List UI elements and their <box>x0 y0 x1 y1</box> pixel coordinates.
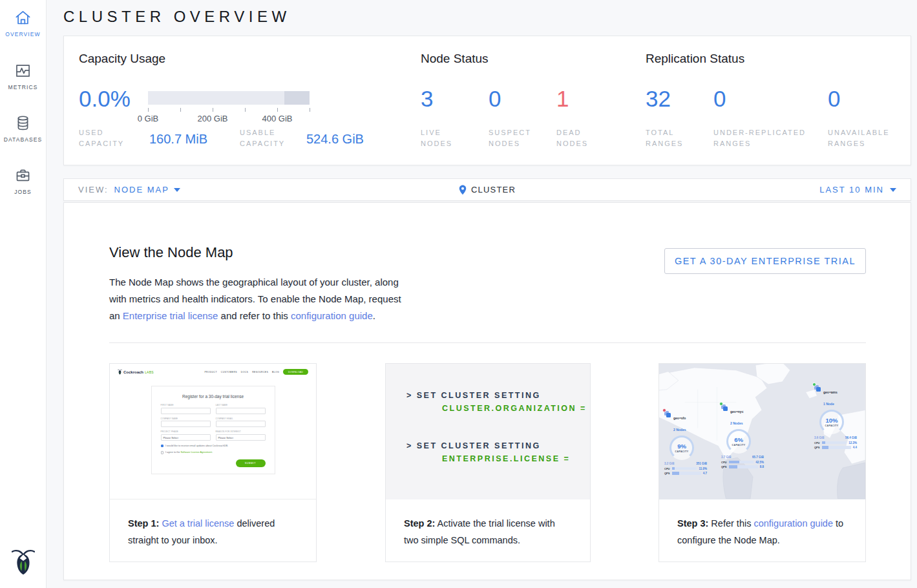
sidebar-item-label: OVERVIEW <box>0 31 46 37</box>
sidebar-item-overview[interactable]: OVERVIEW <box>0 9 46 37</box>
step2-card: > SET CLUSTER SETTING CLUSTER.ORGANIZATI… <box>385 363 591 562</box>
node-map-card: View the Node Map The Node Map shows the… <box>63 202 911 580</box>
capacity-bar <box>148 91 310 105</box>
sidebar-item-label: METRICS <box>0 84 46 90</box>
view-selector-value: NODE MAP <box>114 185 169 194</box>
total-ranges-label: TOTAL RANGES <box>646 127 697 149</box>
usable-capacity-value: 524.6 GiB <box>306 132 364 147</box>
dead-status-dot <box>662 408 666 412</box>
view-label: VIEW: <box>78 185 109 194</box>
node-status-title: Node Status <box>421 52 489 66</box>
home-icon <box>14 17 32 28</box>
mini-trial-form: Register for a 30-day trial license FIRS… <box>151 386 275 474</box>
live-nodes-count: 3 <box>421 86 433 112</box>
node-map-description: The Node Map shows the geographical layo… <box>109 274 413 324</box>
sql-setting: ENTERPRISE.LICENSE = <box>442 454 570 463</box>
mini-submit-button: SUBMIT <box>236 459 266 467</box>
capacity-usage-title: Capacity Usage <box>79 52 165 66</box>
step1-card: Cockroach LABS PRODUCT CUSTOMERS DOCS RE… <box>109 363 317 562</box>
live-status-dot <box>812 383 816 386</box>
dead-nodes-count: 1 <box>556 86 569 112</box>
total-ranges-count: 32 <box>646 86 671 112</box>
mini-download-button: DOWNLOAD <box>283 369 308 375</box>
enterprise-trial-button[interactable]: GET A 30-DAY ENTERPRISE TRIAL <box>664 248 866 274</box>
configuration-guide-link[interactable]: configuration guide <box>291 310 373 321</box>
sidebar-item-jobs[interactable]: JOBS <box>0 167 46 195</box>
view-selector-dropdown[interactable]: NODE MAP <box>114 185 180 194</box>
live-nodes-label: LIVE NODES <box>421 127 472 149</box>
sql-command: > SET CLUSTER SETTING <box>406 441 570 450</box>
capacity-bar-reserved-segment <box>284 91 310 105</box>
usable-capacity-label: USABLE CAPACITY <box>240 127 295 149</box>
database-icon <box>14 123 32 134</box>
sidebar-item-label: JOBS <box>0 189 46 195</box>
used-capacity-label: USED CAPACITY <box>79 127 134 149</box>
step3-caption: Step 3: Refer this configuration guide t… <box>659 499 865 562</box>
step2-sql-snippet: > SET CLUSTER SETTING CLUSTER.ORGANIZATI… <box>386 364 590 499</box>
cluster-summary-card: Capacity Usage 0.0% 0 GiB 200 GiB 400 Gi… <box>63 36 911 165</box>
step1-caption: Step 1: Get a trial license delivered st… <box>110 499 316 562</box>
capacity-gauge: 6% CAPACITY <box>726 429 751 454</box>
step1-screenshot: Cockroach LABS PRODUCT CUSTOMERS DOCS RE… <box>110 364 316 499</box>
sidebar-item-label: DATABASES <box>0 136 46 143</box>
step3-card: geo=sfo2 Nodes 9% CAPACITY 3.2 GiB351 Gi… <box>659 363 866 562</box>
sidebar-item-metrics[interactable]: METRICS <box>0 62 46 90</box>
sidebar-item-databases[interactable]: DATABASES <box>0 114 46 143</box>
under-replicated-ranges-label: UNDER-REPLICATED RANGES <box>713 127 820 149</box>
sidebar: OVERVIEW METRICS DATABASES <box>0 0 47 588</box>
unavailable-ranges-label: UNAVAILABLE RANGES <box>828 127 905 149</box>
mini-checkbox <box>161 451 164 454</box>
sql-command: > SET CLUSTER SETTING <box>406 391 587 400</box>
cluster-overview-screen: OVERVIEW METRICS DATABASES <box>0 0 917 588</box>
locality-widget-ams: geo=ams1 Node 10% CAPACITY 3.6 GiB56.4 G… <box>814 384 865 449</box>
mini-checkbox-checked <box>161 445 164 448</box>
suspect-nodes-count: 0 <box>489 86 501 112</box>
view-bar: VIEW: NODE MAP CLUSTER LAST 10 MIN <box>63 178 911 201</box>
unavailable-ranges-count: 0 <box>828 86 840 112</box>
node-icon <box>814 384 821 392</box>
briefcase-icon <box>14 175 32 186</box>
node-icon <box>721 404 728 411</box>
locality-widget-nyc: geo=nyc2 Nodes 6% CAPACITY 3.7 GiB65.7 G… <box>721 404 774 468</box>
capacity-used-percent: 0.0% <box>79 86 131 112</box>
metrics-icon <box>14 70 32 81</box>
node-map-heading: View the Node Map <box>109 244 233 261</box>
location-pin-icon <box>459 185 467 195</box>
page-title: CLUSTER OVERVIEW <box>63 8 291 26</box>
locality-widget-sfo: geo=sfo2 Nodes 9% CAPACITY 3.2 GiB351 Gi… <box>664 410 717 475</box>
step3-node-map-preview: geo=sfo2 Nodes 9% CAPACITY 3.2 GiB351 Gi… <box>659 364 865 499</box>
cockroachdb-logo <box>0 547 46 579</box>
live-status-dot <box>719 402 723 406</box>
divider <box>109 342 866 343</box>
time-range-value: LAST 10 MIN <box>819 185 884 194</box>
step2-caption: Step 2: Activate the trial license with … <box>386 499 590 562</box>
replication-status-title: Replication Status <box>646 52 744 66</box>
capacity-gauge: 10% CAPACITY <box>819 410 844 434</box>
get-trial-license-link[interactable]: Get a trial license <box>162 518 234 529</box>
node-icon <box>664 410 671 417</box>
mini-cockroach-logo: Cockroach LABS <box>118 369 154 375</box>
chevron-down-icon <box>890 188 896 192</box>
under-replicated-ranges-count: 0 <box>713 86 726 112</box>
enterprise-trial-license-link[interactable]: Enterprise trial license <box>123 310 218 321</box>
capacity-axis-tick: 0 GiB <box>131 114 165 123</box>
dead-nodes-label: DEAD NODES <box>556 127 608 149</box>
capacity-gauge: 9% CAPACITY <box>669 436 694 460</box>
chevron-down-icon <box>174 188 180 192</box>
suspect-nodes-label: SUSPECT NODES <box>489 127 540 149</box>
used-capacity-value: 160.7 MiB <box>149 132 207 147</box>
capacity-axis-tick: 400 GiB <box>255 114 300 123</box>
time-range-dropdown[interactable]: LAST 10 MIN <box>819 185 896 194</box>
configuration-guide-link[interactable]: configuration guide <box>754 518 833 529</box>
capacity-axis-tick: 200 GiB <box>190 114 235 123</box>
locality-breadcrumb[interactable]: CLUSTER <box>471 185 516 194</box>
mini-site-nav: PRODUCT CUSTOMERS DOCS RESOURCES BLOG DO… <box>204 369 308 375</box>
sql-setting: CLUSTER.ORGANIZATION = <box>442 404 587 413</box>
